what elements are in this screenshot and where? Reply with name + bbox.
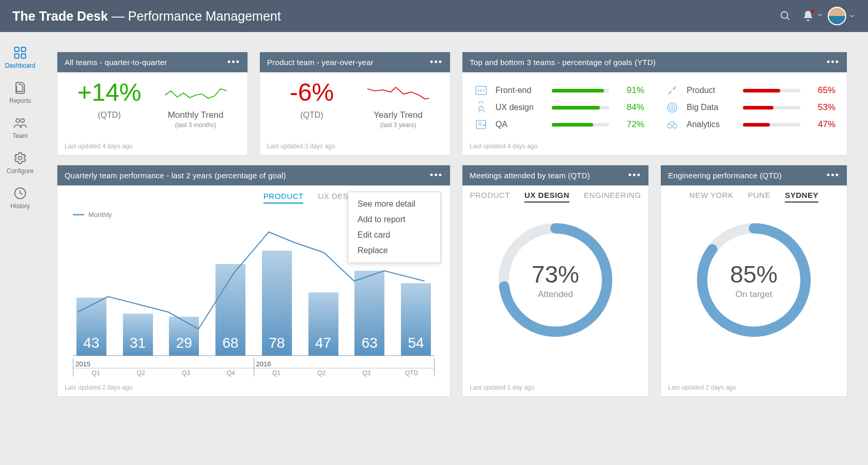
card-footer: Last updated 2 days ago bbox=[661, 381, 847, 396]
card-context-menu: See more detail Add to report Edit card … bbox=[348, 192, 441, 263]
team-pct: 72% bbox=[616, 119, 644, 130]
top-teams-list: Front-end 91% UX design 84% bbox=[474, 80, 644, 135]
tab-product[interactable]: PRODUCT bbox=[470, 191, 510, 203]
card-menu-icon[interactable]: ••• bbox=[827, 57, 840, 68]
sidebar-item-history[interactable]: History bbox=[0, 184, 40, 212]
binoculars-icon bbox=[665, 118, 679, 131]
svg-rect-4 bbox=[15, 54, 19, 58]
sparkline bbox=[367, 80, 429, 108]
search-icon[interactable] bbox=[774, 5, 797, 27]
ux-icon bbox=[474, 101, 488, 114]
team-row: UX design 84% bbox=[474, 101, 644, 114]
card-title: Quarterly team performance - last 2 year… bbox=[65, 171, 286, 180]
team-name: Analytics bbox=[687, 120, 736, 129]
card-header: Quarterly team performance - last 2 year… bbox=[57, 165, 450, 185]
svg-point-12 bbox=[479, 106, 483, 111]
trend-sub: (last 3 months) bbox=[175, 121, 216, 129]
progress-fill bbox=[743, 123, 770, 127]
card-footer: Last updated 1 day ago bbox=[462, 381, 648, 396]
card-product-team: Product team - year-over-year ••• -6% (Q… bbox=[259, 52, 451, 156]
sidebar-item-team[interactable]: Team bbox=[0, 114, 40, 142]
card-menu-icon[interactable]: ••• bbox=[430, 170, 443, 181]
card-menu-icon[interactable]: ••• bbox=[227, 57, 240, 68]
card-top-bottom-teams: Top and bottom 3 teams - percentage of g… bbox=[462, 52, 847, 156]
bottom-teams-list: Product 65% Big Data 53% bbox=[665, 80, 835, 135]
svg-line-1 bbox=[787, 18, 789, 20]
sidebar-item-reports[interactable]: Reports bbox=[0, 79, 40, 106]
svg-point-16 bbox=[668, 103, 677, 112]
menu-add-to-report[interactable]: Add to report bbox=[358, 215, 431, 224]
menu-see-more-detail[interactable]: See more detail bbox=[358, 199, 431, 209]
year-label: 2016 bbox=[254, 360, 435, 368]
svg-point-0 bbox=[781, 12, 788, 19]
history-icon bbox=[13, 186, 27, 200]
card-title: Meetings attended by team (QTD) bbox=[470, 171, 590, 180]
team-icon bbox=[13, 116, 27, 130]
user-menu[interactable] bbox=[828, 7, 856, 25]
team-name: Front-end bbox=[495, 86, 545, 95]
app-title: The Trade Desk — Performance Management bbox=[12, 9, 281, 24]
notifications-icon[interactable] bbox=[797, 5, 819, 27]
x-axis: 2015 Q1Q2Q3Q4 2016 Q1Q2Q3QTD bbox=[73, 358, 435, 377]
notification-badge bbox=[810, 9, 815, 14]
card-title: Top and bottom 3 teams - percentage of g… bbox=[470, 58, 656, 67]
code-icon bbox=[474, 84, 488, 97]
progress-track bbox=[552, 106, 609, 110]
tab-sydney[interactable]: SYDNEY bbox=[785, 191, 818, 203]
card-title: All teams - quarter-to-quarter bbox=[65, 58, 167, 67]
card-footer: Last updated 4 days ago bbox=[462, 140, 847, 155]
gauge-tabs: NEW YORK PUNE SYDNEY bbox=[667, 191, 841, 203]
dashboard-main: All teams - quarter-to-quarter ••• +14% … bbox=[40, 32, 868, 465]
team-pct: 65% bbox=[808, 85, 835, 96]
legend-label: Monthly bbox=[88, 211, 112, 219]
sidebar-item-label: Team bbox=[12, 132, 27, 140]
sidebar-item-configure[interactable]: Configure bbox=[0, 149, 40, 177]
card-quarterly-performance: Quarterly team performance - last 2 year… bbox=[57, 165, 451, 397]
tab-new-york[interactable]: NEW YORK bbox=[689, 191, 733, 203]
tab-product[interactable]: PRODUCT bbox=[264, 192, 304, 204]
kpi-sub: (QTD) bbox=[98, 111, 120, 120]
gauge-engineering: 85%On target bbox=[692, 218, 816, 342]
card-title: Product team - year-over-year bbox=[267, 58, 374, 67]
svg-point-20 bbox=[673, 124, 677, 128]
menu-replace[interactable]: Replace bbox=[358, 246, 431, 255]
team-pct: 84% bbox=[616, 102, 644, 113]
sidebar-item-dashboard[interactable]: Dashboard bbox=[0, 43, 40, 71]
team-row: Big Data 53% bbox=[665, 101, 835, 114]
svg-point-18 bbox=[672, 107, 673, 108]
team-name: QA bbox=[495, 120, 545, 129]
tab-pune[interactable]: PUNE bbox=[748, 191, 771, 203]
svg-rect-2 bbox=[15, 48, 19, 52]
avatar bbox=[828, 7, 846, 25]
team-row: Front-end 91% bbox=[474, 84, 644, 97]
team-name: Product bbox=[687, 86, 736, 95]
tools-icon bbox=[665, 84, 679, 97]
trend-sub: (last 3 years) bbox=[380, 121, 416, 129]
menu-edit-card[interactable]: Edit card bbox=[358, 230, 431, 240]
team-row: QA 72% bbox=[474, 118, 644, 131]
progress-track bbox=[743, 123, 800, 127]
progress-fill bbox=[743, 106, 773, 110]
team-name: UX design bbox=[495, 103, 545, 112]
tab-engineering[interactable]: ENGINEERING bbox=[584, 191, 641, 203]
tab-ux-design[interactable]: UX DESIGN bbox=[524, 191, 569, 203]
progress-fill bbox=[552, 89, 604, 92]
svg-rect-5 bbox=[21, 54, 25, 58]
sidebar-item-label: Reports bbox=[9, 97, 31, 104]
sidebar-item-label: Dashboard bbox=[5, 62, 36, 69]
card-menu-icon[interactable]: ••• bbox=[827, 170, 840, 181]
card-engineering-performance: Engineering performance (QTD) ••• NEW YO… bbox=[660, 165, 847, 397]
progress-fill bbox=[552, 123, 593, 127]
progress-track bbox=[552, 123, 609, 127]
card-header: Product team - year-over-year ••• bbox=[260, 52, 450, 72]
kpi-sub: (QTD) bbox=[300, 111, 323, 120]
sidebar: Dashboard Reports Team Configure History bbox=[0, 32, 40, 465]
trend-label: Yearly Trend bbox=[374, 110, 423, 120]
svg-rect-3 bbox=[21, 48, 25, 52]
team-row: Product 65% bbox=[665, 84, 835, 97]
chevron-down-icon bbox=[848, 12, 856, 20]
team-row: Analytics 47% bbox=[665, 118, 835, 131]
reports-icon bbox=[13, 81, 27, 95]
card-menu-icon[interactable]: ••• bbox=[430, 57, 443, 68]
card-menu-icon[interactable]: ••• bbox=[628, 170, 641, 181]
